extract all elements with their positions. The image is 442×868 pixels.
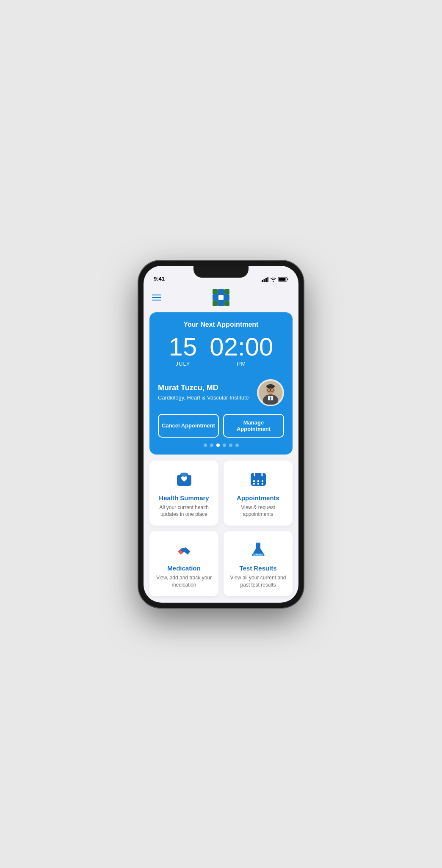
appointment-card-title: Your Next Appointment (158, 321, 284, 328)
dot-4 (223, 444, 226, 447)
medication-title: Medication (167, 565, 200, 572)
svg-point-19 (266, 384, 275, 389)
svg-rect-9 (213, 289, 218, 294)
svg-rect-5 (287, 278, 288, 280)
svg-rect-2 (265, 278, 267, 282)
doctor-avatar (257, 379, 284, 406)
doctor-row: Murat Tuzcu, MD Cardiology, Heart & Vasc… (158, 379, 284, 406)
flask-icon (249, 539, 268, 560)
dot-1 (204, 444, 207, 447)
feature-grid: Health Summary All your current health u… (144, 455, 298, 600)
signal-icon (262, 277, 268, 282)
pills-icon (174, 539, 194, 560)
phone-screen: 9:41 (144, 266, 298, 603)
manage-appointment-button[interactable]: Manage Appointment (223, 414, 284, 438)
dot-6 (235, 444, 239, 447)
appointments-title: Appointments (237, 494, 279, 502)
cancel-appointment-button[interactable]: Cancel Appointment (158, 414, 219, 438)
medication-desc: View, add and track your medication (155, 574, 213, 589)
menu-line-2 (152, 297, 161, 298)
dot-2 (210, 444, 213, 447)
date-block: 15 JULY (169, 334, 197, 367)
appointment-buttons: Cancel Appointment Manage Appointment (158, 414, 284, 438)
svg-rect-13 (218, 295, 224, 300)
svg-point-50 (259, 554, 260, 556)
appointment-period: PM (210, 361, 273, 367)
doctor-name: Murat Tuzcu, MD (158, 383, 252, 392)
svg-rect-37 (253, 483, 255, 485)
menu-line-3 (152, 300, 161, 300)
health-summary-title: Health Summary (159, 494, 209, 502)
dot-3 (216, 444, 220, 447)
svg-rect-48 (256, 543, 260, 543)
appointment-card: Your Next Appointment 15 JULY 02:00 PM M… (149, 312, 293, 455)
svg-rect-34 (253, 480, 255, 482)
svg-rect-11 (213, 301, 218, 306)
appointment-date: 15 (169, 334, 197, 360)
svg-rect-35 (257, 480, 259, 482)
test-results-title: Test Results (239, 565, 276, 572)
svg-rect-36 (262, 480, 263, 482)
carousel-dots (158, 444, 284, 447)
date-time-row: 15 JULY 02:00 PM (158, 334, 284, 367)
test-results-desc: View all your current and past test resu… (229, 574, 287, 589)
svg-rect-6 (279, 278, 286, 281)
medication-card[interactable]: Medication View, add and track your medi… (149, 531, 218, 596)
appointment-time: 02:00 (210, 334, 273, 360)
doctor-avatar-svg (259, 381, 282, 405)
app-header (144, 284, 298, 312)
svg-rect-12 (224, 301, 229, 306)
health-summary-card[interactable]: Health Summary All your current health u… (149, 460, 218, 526)
appointments-desc: View & request appointments (229, 504, 287, 518)
calendar-icon (249, 469, 268, 490)
battery-icon (278, 277, 288, 282)
wifi-icon (270, 277, 276, 282)
notch (193, 266, 249, 278)
time-block: 02:00 PM (210, 334, 273, 367)
medical-bag-icon (174, 469, 194, 490)
phone-frame: 9:41 (138, 261, 304, 608)
svg-rect-39 (262, 483, 263, 485)
appointment-month: JULY (169, 361, 197, 367)
svg-rect-10 (224, 289, 229, 294)
doctor-specialty: Cardiology, Heart & Vascular Institute (158, 394, 252, 402)
svg-point-49 (256, 554, 258, 555)
menu-line-1 (152, 295, 161, 295)
health-summary-desc: All your current health updates in one p… (155, 504, 213, 518)
svg-rect-1 (264, 279, 265, 282)
status-time: 9:41 (154, 276, 165, 282)
app-logo (211, 288, 231, 307)
test-results-card[interactable]: Test Results View all your current and p… (224, 531, 293, 596)
card-divider (158, 373, 284, 373)
svg-rect-31 (251, 476, 266, 478)
doctor-info: Murat Tuzcu, MD Cardiology, Heart & Vasc… (158, 383, 252, 402)
clinic-logo-svg (211, 288, 231, 307)
svg-rect-38 (257, 483, 259, 485)
svg-rect-3 (268, 277, 269, 282)
svg-rect-0 (262, 280, 263, 282)
hamburger-menu[interactable] (152, 295, 161, 300)
dot-5 (229, 444, 232, 447)
status-icons (262, 277, 288, 282)
appointments-card[interactable]: Appointments View & request appointments (224, 460, 293, 526)
svg-rect-28 (181, 473, 187, 476)
